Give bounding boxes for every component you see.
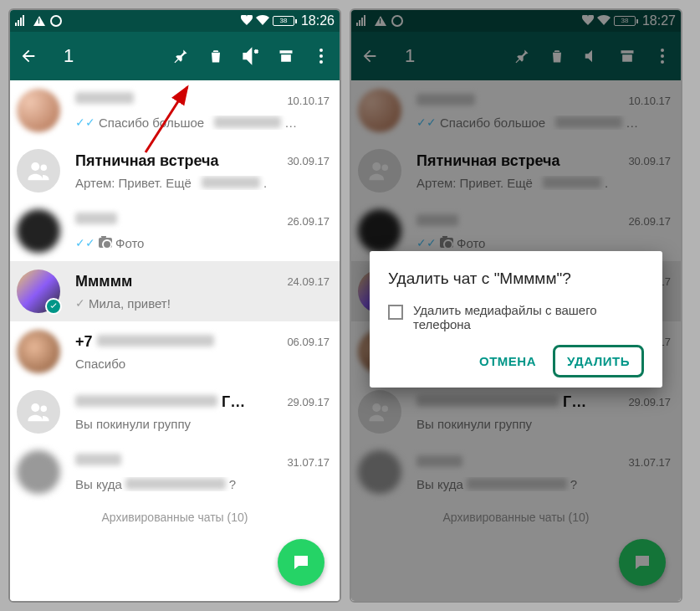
read-ticks-icon: ✓✓ (75, 116, 95, 129)
avatar[interactable] (17, 209, 60, 253)
chat-item[interactable]: Артем 10.10.17 ✓✓ Спасибо большое … (10, 80, 340, 141)
svg-rect-3 (23, 15, 24, 26)
chat-item[interactable]: Муж 26.09.17 ✓✓ Фото (10, 201, 340, 261)
avatar[interactable] (17, 270, 60, 313)
svg-rect-0 (15, 23, 17, 26)
chat-message: ✓✓ Спасибо большое … (75, 116, 330, 130)
pin-icon[interactable] (171, 46, 191, 66)
chat-item[interactable]: Пятничная встреча 30.09.17 Артем: Привет… (10, 141, 340, 201)
avatar[interactable] (17, 330, 60, 373)
statusbar: 38 18:26 (10, 10, 340, 32)
sync-icon (50, 15, 62, 27)
dialog-title: Удалить чат с "Ммммм"? (388, 270, 644, 288)
archive-icon[interactable] (276, 46, 296, 66)
chat-message: Спасибо (75, 357, 330, 371)
avatar[interactable] (17, 450, 60, 494)
svg-point-4 (31, 162, 39, 171)
warning-icon (33, 16, 45, 26)
chat-list[interactable]: Артем 10.10.17 ✓✓ Спасибо большое … Пятн… (10, 80, 340, 601)
svg-rect-2 (20, 18, 22, 26)
menu-icon[interactable] (311, 46, 331, 66)
avatar[interactable] (17, 149, 60, 193)
chat-message: Вы куда ? (75, 477, 330, 491)
chat-date: 26.09.17 (287, 215, 330, 228)
checkbox-icon[interactable] (388, 305, 403, 320)
chat-name: Ммммм (75, 273, 278, 290)
heart-icon (241, 15, 253, 28)
delete-icon[interactable] (206, 46, 226, 66)
chat-date: 31.07.17 (287, 456, 330, 469)
delete-chat-dialog: Удалить чат с "Ммммм"? Удалить медиафайл… (370, 251, 662, 388)
chat-item[interactable]: Стас 31.07.17 Вы куда ? (10, 442, 340, 502)
selection-toolbar: 1 (10, 32, 340, 80)
svg-point-6 (31, 403, 39, 412)
chat-name: +7 (75, 333, 278, 351)
chat-message: ✓✓ Фото (75, 236, 330, 250)
chat-name: Г… (75, 393, 278, 411)
chat-name: Стас (75, 454, 278, 471)
selection-count: 1 (64, 45, 74, 67)
read-ticks-icon: ✓✓ (75, 236, 95, 249)
clock: 18:26 (301, 13, 335, 28)
chat-message: Артем: Привет. Ещё . (75, 176, 330, 190)
chat-name: Муж (75, 213, 278, 230)
chat-date: 29.09.17 (287, 396, 330, 408)
chat-date: 24.09.17 (287, 275, 330, 288)
delete-media-checkbox[interactable]: Удалить медиафайлы с вашего телефона (388, 303, 644, 331)
back-icon[interactable] (18, 46, 38, 66)
chat-date: 06.09.17 (287, 336, 330, 348)
delete-button[interactable]: УДАЛИТЬ (553, 345, 644, 377)
camera-icon (99, 238, 112, 248)
battery-icon: 38 (273, 16, 294, 26)
signal-icon (15, 14, 28, 28)
phone-left: 38 18:26 1 Артем 10.10.17 ✓✓ (8, 8, 341, 603)
mute-icon[interactable] (241, 46, 261, 66)
chat-date: 10.10.17 (287, 95, 330, 107)
chat-item[interactable]: +7 06.09.17 Спасибо (10, 321, 340, 382)
chat-name: Пятничная встреча (75, 152, 278, 170)
chat-message: ✓ Мила, привет! (75, 296, 330, 311)
archived-chats-link[interactable]: Архивированные чаты (10) (10, 502, 340, 527)
sent-tick-icon: ✓ (75, 296, 85, 310)
selected-check-icon (45, 298, 62, 315)
checkbox-label: Удалить медиафайлы с вашего телефона (413, 303, 644, 331)
chat-date: 30.09.17 (287, 155, 330, 167)
cancel-button[interactable]: ОТМЕНА (469, 346, 546, 377)
svg-point-7 (41, 406, 48, 413)
phone-right: 38 18:27 1 10.10.17 ✓✓Спасибо большое … … (350, 8, 682, 603)
new-chat-fab[interactable] (278, 539, 324, 586)
svg-rect-1 (18, 20, 19, 26)
wifi-icon (256, 15, 269, 28)
chat-item[interactable]: Г… 29.09.17 Вы покинули группу (10, 382, 340, 442)
chat-item-selected[interactable]: Ммммм 24.09.17 ✓ Мила, привет! (10, 261, 340, 321)
avatar[interactable] (17, 89, 60, 132)
chat-message: Вы покинули группу (75, 417, 330, 431)
avatar[interactable] (17, 390, 60, 434)
chat-name: Артем (75, 92, 278, 110)
svg-point-5 (41, 165, 48, 172)
